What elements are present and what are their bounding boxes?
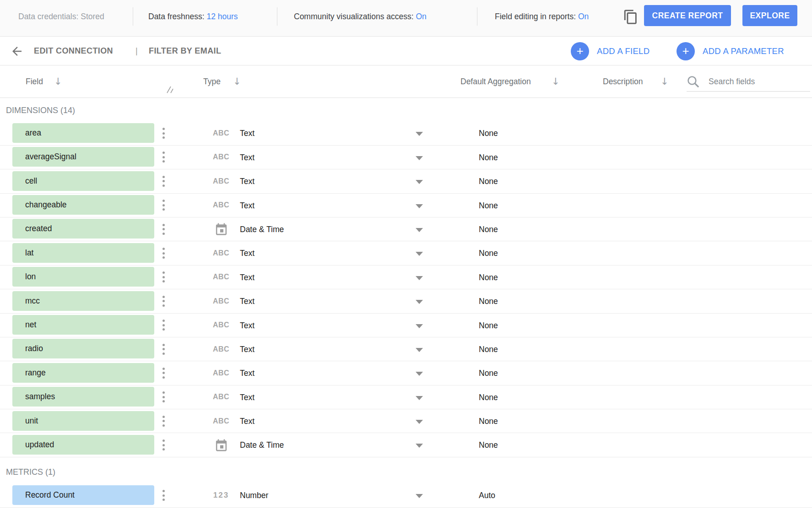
field-type-select[interactable]: ABC 123 Text xyxy=(201,194,431,217)
field-options-menu-button[interactable] xyxy=(158,241,169,265)
text-type-icon: ABC xyxy=(211,266,231,289)
field-name-chip[interactable]: averageSignal xyxy=(12,147,154,167)
field-name-chip[interactable]: cell xyxy=(12,171,154,191)
text-type-icon: ABC xyxy=(211,289,231,313)
field-options-menu-button[interactable] xyxy=(158,217,169,241)
column-header-aggregation: Default Aggregation xyxy=(460,65,531,98)
field-name-chip[interactable]: range xyxy=(12,363,154,383)
field-options-menu-button[interactable] xyxy=(158,385,169,409)
divider xyxy=(133,7,133,26)
field-row: lat ABC 123 Text None xyxy=(0,241,812,265)
field-options-menu-button[interactable] xyxy=(158,361,169,385)
field-table-header: Field ↓ Type ↓ Default Aggregation ↓ Des… xyxy=(0,65,812,98)
data-freshness-link[interactable]: 12 hours xyxy=(206,12,238,21)
field-aggregation-cell[interactable]: None xyxy=(479,121,498,145)
field-type-select[interactable]: ABC 123 Text xyxy=(201,361,431,385)
field-aggregation-cell[interactable]: None xyxy=(479,241,498,265)
field-name-chip[interactable]: created xyxy=(12,219,154,239)
divider xyxy=(477,7,477,26)
field-name-chip[interactable]: updated xyxy=(12,435,154,455)
metrics-section-label: METRICS (1) xyxy=(0,457,812,484)
add-a-field-button[interactable]: + ADD A FIELD xyxy=(571,37,650,65)
field-name-chip[interactable]: lat xyxy=(12,243,154,263)
back-button[interactable] xyxy=(10,44,24,58)
field-name-chip[interactable]: unit xyxy=(12,411,154,431)
field-row: averageSignal ABC 123 Text None xyxy=(0,146,812,169)
sort-aggregation-icon[interactable]: ↓ xyxy=(552,65,560,98)
edit-connection-link[interactable]: EDIT CONNECTION xyxy=(34,37,113,65)
explore-button[interactable]: EXPLORE xyxy=(742,5,797,26)
field-type-select[interactable]: ABC 123 Text xyxy=(201,337,431,361)
date-type-icon xyxy=(211,217,231,241)
field-aggregation-cell[interactable]: Auto xyxy=(479,483,495,507)
field-options-menu-button[interactable] xyxy=(158,121,169,145)
field-aggregation-cell[interactable]: None xyxy=(479,409,498,433)
field-aggregation-cell[interactable]: None xyxy=(479,361,498,385)
field-name-chip[interactable]: net xyxy=(12,315,154,335)
field-options-menu-button[interactable] xyxy=(158,314,169,337)
field-name-chip[interactable]: mcc xyxy=(12,291,154,311)
field-aggregation-cell[interactable]: None xyxy=(479,146,498,169)
field-aggregation-cell[interactable]: None xyxy=(479,194,498,217)
field-type-select[interactable]: ABC 123 Text xyxy=(201,314,431,337)
field-row: samples ABC 123 Text None xyxy=(0,385,812,409)
back-arrow-icon xyxy=(10,44,24,58)
field-editing-link[interactable]: On xyxy=(578,12,589,21)
field-options-menu-button[interactable] xyxy=(158,169,169,193)
filter-by-email-link[interactable]: FILTER BY EMAIL xyxy=(149,37,221,65)
field-aggregation-cell[interactable]: None xyxy=(479,266,498,289)
field-aggregation-cell[interactable]: None xyxy=(479,385,498,409)
field-options-menu-button[interactable] xyxy=(158,146,169,169)
text-type-icon: ABC xyxy=(211,146,231,169)
field-type-select[interactable]: ABC 123 Text xyxy=(201,385,431,409)
field-name-chip[interactable]: area xyxy=(12,123,154,143)
field-aggregation-cell[interactable]: None xyxy=(479,337,498,361)
field-aggregation-cell[interactable]: None xyxy=(479,314,498,337)
field-options-menu-button[interactable] xyxy=(158,433,169,456)
plus-icon: + xyxy=(677,42,695,60)
field-options-menu-button[interactable] xyxy=(158,409,169,433)
field-options-menu-button[interactable] xyxy=(158,337,169,361)
copy-data-source-button[interactable] xyxy=(622,7,640,27)
field-type-select[interactable]: ABC 123 Text xyxy=(201,409,431,433)
create-report-button[interactable]: CREATE REPORT xyxy=(644,5,731,26)
field-row: area ABC 123 Text None xyxy=(0,121,812,145)
field-name-chip[interactable]: Record Count xyxy=(12,485,154,505)
field-type-select[interactable]: ABC 123 Text xyxy=(201,289,431,313)
dimensions-list: area ABC 123 Text None averageSignal ABC xyxy=(0,121,812,457)
sort-field-icon[interactable]: ↓ xyxy=(54,65,62,98)
add-a-parameter-button[interactable]: + ADD A PARAMETER xyxy=(677,37,784,65)
field-row: unit ABC 123 Text None xyxy=(0,409,812,433)
field-options-menu-button[interactable] xyxy=(158,194,169,217)
field-type-select[interactable]: ABC 123 Date & Time xyxy=(201,217,431,241)
field-type-select[interactable]: ABC 123 Text xyxy=(201,146,431,169)
field-name-chip[interactable]: changeable xyxy=(12,195,154,215)
field-aggregation-cell[interactable]: None xyxy=(479,169,498,193)
community-viz-status: Community visualizations access: On xyxy=(294,0,427,33)
chevron-down-icon xyxy=(416,420,423,424)
field-aggregation-cell[interactable]: None xyxy=(479,289,498,313)
field-type-select[interactable]: ABC 123 Text xyxy=(201,169,431,193)
column-header-description: Description xyxy=(603,65,643,98)
field-type-select[interactable]: ABC 123 Date & Time xyxy=(201,433,431,456)
search-fields-input[interactable] xyxy=(709,74,807,89)
column-resize-handle[interactable] xyxy=(166,86,174,94)
field-aggregation-cell[interactable]: None xyxy=(479,217,498,241)
sort-description-icon[interactable]: ↓ xyxy=(660,65,669,98)
field-name-chip[interactable]: lon xyxy=(12,267,154,287)
field-options-menu-button[interactable] xyxy=(158,289,169,313)
field-options-menu-button[interactable] xyxy=(158,483,169,507)
field-type-select[interactable]: ABC 123 Number xyxy=(201,483,431,507)
field-type-select[interactable]: ABC 123 Text xyxy=(201,121,431,145)
field-name-chip[interactable]: radio xyxy=(12,339,154,358)
sort-type-icon[interactable]: ↓ xyxy=(233,65,241,98)
data-credentials-status: Data credentials: Stored xyxy=(18,0,104,33)
community-viz-link[interactable]: On xyxy=(416,12,427,21)
field-row: created ABC 123 Date & Time None xyxy=(0,217,812,241)
field-aggregation-cell[interactable]: None xyxy=(479,433,498,456)
field-type-select[interactable]: ABC 123 Text xyxy=(201,241,431,265)
field-type-select[interactable]: ABC 123 Text xyxy=(201,266,431,289)
field-name-chip[interactable]: samples xyxy=(12,387,154,407)
field-options-menu-button[interactable] xyxy=(158,266,169,289)
chevron-down-icon xyxy=(416,494,423,498)
